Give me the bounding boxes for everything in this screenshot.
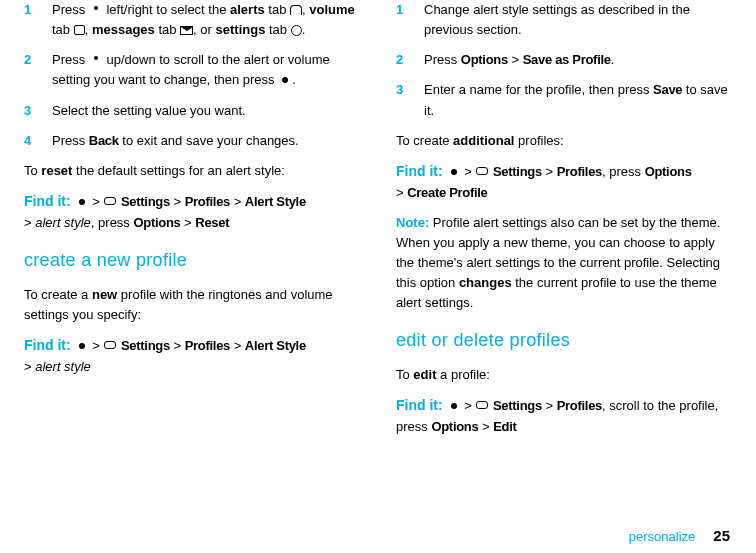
t: Save	[653, 82, 682, 97]
t: Enter a name for the profile, then press	[424, 82, 653, 97]
messages-tab-icon	[180, 26, 193, 35]
t: Options	[645, 164, 692, 179]
t: Options	[133, 215, 180, 230]
t: >	[170, 194, 185, 209]
settings-label: settings	[216, 22, 266, 37]
t: Edit	[493, 419, 516, 434]
heading-create-profile: create a new profile	[24, 247, 360, 275]
t: Profiles	[185, 338, 230, 353]
t: Alert Style	[245, 194, 306, 209]
tools-icon	[475, 400, 489, 412]
right-column: 1 Change alert style settings as describ…	[396, 0, 732, 447]
t: tab	[52, 22, 74, 37]
t: new	[92, 287, 117, 302]
t: .	[292, 72, 296, 87]
step-text: Press up/down to scroll to the alert or …	[52, 50, 360, 90]
new-profile-intro: To create a new profile with the rington…	[24, 285, 360, 325]
t: >	[461, 398, 476, 413]
t: >	[230, 194, 245, 209]
page-footer: personalize25	[629, 524, 730, 547]
settings-tab-icon	[291, 25, 302, 36]
t: Options	[431, 419, 478, 434]
find-it-label: Find it:	[396, 397, 447, 413]
t: Profiles	[557, 398, 602, 413]
t: , press	[602, 164, 645, 179]
t: alert style	[35, 215, 91, 230]
alerts-tab-icon	[290, 5, 302, 15]
t: >	[461, 164, 476, 179]
tools-icon	[475, 166, 489, 178]
section-label: personalize	[629, 529, 696, 544]
page-number: 25	[713, 527, 730, 544]
center-key-icon	[447, 167, 461, 177]
t: edit	[413, 367, 436, 382]
step-3: 3 Enter a name for the profile, then pre…	[396, 80, 732, 120]
t: profiles:	[514, 133, 563, 148]
t: additional	[453, 133, 514, 148]
t: reset	[41, 163, 72, 178]
t: alert style	[35, 359, 91, 374]
t: >	[181, 215, 196, 230]
additional-intro: To create additional profiles:	[396, 131, 732, 151]
step-4: 4 Press Back to exit and save your chang…	[24, 131, 360, 151]
find-it-label: Find it:	[24, 193, 75, 209]
t: tab	[155, 22, 180, 37]
left-column: 1 Press left/right to select the alerts …	[24, 0, 360, 447]
messages-label: messages	[92, 22, 155, 37]
step-number: 2	[396, 50, 424, 70]
edit-intro: To edit a profile:	[396, 365, 732, 385]
step-text: Enter a name for the profile, then press…	[424, 80, 732, 120]
find-it-edit: Find it: > Settings > Profiles, scroll t…	[396, 395, 732, 437]
tools-icon	[103, 196, 117, 208]
t: Press	[52, 133, 89, 148]
t: Profiles	[557, 164, 602, 179]
t: Press	[52, 52, 89, 67]
center-key-icon	[447, 401, 461, 411]
volume-label: volume	[309, 2, 355, 17]
alerts-label: alerts	[230, 2, 265, 17]
t: Settings	[493, 398, 542, 413]
t: >	[170, 338, 185, 353]
t: >	[89, 194, 104, 209]
t: , or	[193, 22, 215, 37]
step-text: Press Options > Save as Profile.	[424, 50, 732, 70]
step-text: Select the setting value you want.	[52, 101, 360, 121]
t: Alert Style	[245, 338, 306, 353]
find-it-additional: Find it: > Settings > Profiles, press Op…	[396, 161, 732, 203]
tools-icon	[103, 340, 117, 352]
step-2: 2 Press Options > Save as Profile.	[396, 50, 732, 70]
t: >	[230, 338, 245, 353]
t: Profiles	[185, 194, 230, 209]
t: ,	[85, 22, 92, 37]
t: tab	[265, 2, 290, 17]
note-label: Note:	[396, 215, 433, 230]
note-paragraph: Note: Profile alert settings also can be…	[396, 213, 732, 314]
t: To create a	[24, 287, 92, 302]
step-number: 3	[24, 101, 52, 121]
t: to exit and save your changes.	[119, 133, 299, 148]
center-key-icon	[278, 75, 292, 85]
t: Reset	[195, 215, 229, 230]
t: .	[302, 22, 306, 37]
step-text: Change alert style settings as described…	[424, 0, 732, 40]
step-text: Press left/right to select the alerts ta…	[52, 0, 360, 40]
t: To	[396, 367, 413, 382]
find-it-label: Find it:	[24, 337, 75, 353]
back-key: Back	[89, 133, 119, 148]
t: Settings	[493, 164, 542, 179]
t: left/right to select the	[103, 2, 230, 17]
t: .	[611, 52, 615, 67]
t: >	[478, 419, 493, 434]
t: changes	[459, 275, 512, 290]
t: a profile:	[436, 367, 489, 382]
t: Press	[424, 52, 461, 67]
find-it-label: Find it:	[396, 163, 447, 179]
center-key-icon	[75, 341, 89, 351]
t: To create	[396, 133, 453, 148]
t: tab	[265, 22, 290, 37]
step-number: 1	[24, 0, 52, 40]
step-1: 1 Change alert style settings as describ…	[396, 0, 732, 40]
step-number: 3	[396, 80, 424, 120]
reset-intro: To reset the default settings for an ale…	[24, 161, 360, 181]
step-number: 2	[24, 50, 52, 90]
